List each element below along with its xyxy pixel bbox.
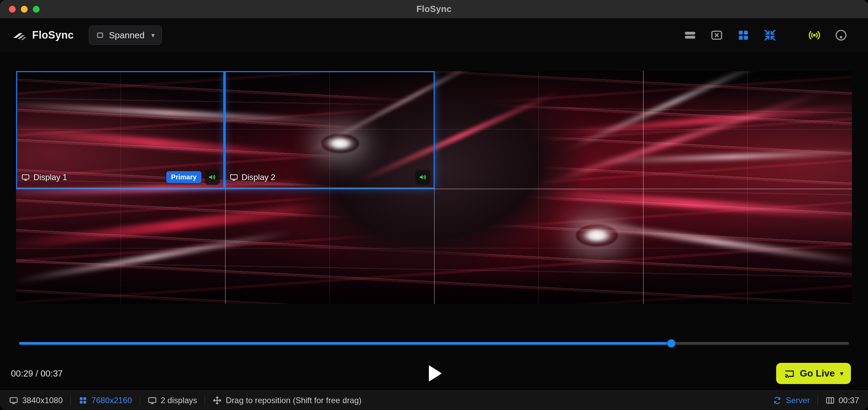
span-mode-value: Spanned — [109, 30, 144, 41]
app-logo-icon — [12, 29, 28, 41]
display-2-label: Display 2 — [229, 173, 276, 182]
seek-fill — [19, 342, 671, 345]
statusbar-display-resolution: 3840x1080 — [9, 396, 63, 405]
broadcast-button[interactable] — [807, 27, 822, 43]
divider — [817, 396, 818, 405]
play-icon — [429, 365, 442, 382]
grid-line — [538, 71, 539, 304]
monitor-icon — [21, 173, 30, 182]
brand: FloSync — [12, 29, 74, 41]
collapse-icon — [763, 28, 777, 42]
cast-icon — [784, 368, 795, 379]
divider — [70, 396, 71, 405]
display-1-label: Display 1 — [21, 173, 67, 182]
app-name: FloSync — [32, 29, 74, 41]
span-mode-dropdown[interactable]: Spanned ▾ — [89, 26, 162, 45]
statusbar-clip-time: 00:37 — [825, 396, 859, 405]
display-mode-icon — [96, 31, 104, 39]
airplay-audio-icon — [834, 28, 848, 42]
rows-layout-button[interactable] — [682, 27, 698, 43]
monitor-icon — [148, 396, 157, 405]
minimize-window-button[interactable] — [21, 6, 28, 13]
speaker-icon — [418, 173, 428, 182]
sync-icon — [772, 396, 782, 405]
toolbar-icons — [682, 27, 849, 43]
rows-layout-icon — [683, 28, 697, 42]
seek-thumb[interactable] — [667, 339, 675, 347]
chevron-down-icon: ▾ — [840, 369, 843, 378]
divider — [140, 396, 140, 405]
statusbar: 3840x1080 7680x2160 2 displays — [0, 391, 868, 410]
grid-line — [747, 71, 748, 304]
seek-track[interactable] — [19, 342, 849, 345]
move-icon — [212, 396, 222, 405]
airplay-audio-button[interactable] — [833, 27, 849, 43]
monitor-icon — [9, 396, 18, 405]
statusbar-drag-hint: Drag to reposition (Shift for free drag) — [212, 396, 362, 405]
speaker-icon — [208, 173, 217, 182]
play-button[interactable] — [424, 363, 444, 384]
letterbox-close-icon — [710, 28, 724, 42]
grid-line — [16, 248, 852, 248]
display-2-audio-button[interactable] — [415, 170, 430, 185]
transport-controls: 00:29 / 00:37 Go Live ▾ — [0, 361, 868, 386]
statusbar-wall-resolution[interactable]: 7680x2160 — [78, 396, 132, 405]
zoom-window-button[interactable] — [33, 6, 40, 13]
close-window-button[interactable] — [9, 6, 16, 13]
go-live-label: Go Live — [800, 368, 835, 379]
primary-badge: Primary — [166, 171, 201, 183]
seek-row — [19, 339, 849, 347]
grid-layout-icon — [78, 396, 88, 405]
film-icon — [825, 396, 835, 405]
monitor-icon — [229, 173, 238, 182]
grid-layout-icon — [737, 28, 750, 42]
display-box-1[interactable]: Display 1 Primary — [16, 71, 224, 189]
broadcast-icon — [808, 28, 821, 42]
go-live-button[interactable]: Go Live ▾ — [776, 363, 851, 384]
grid-line — [16, 189, 852, 189]
toolbar: FloSync Spanned ▾ — [0, 18, 868, 52]
video-preview-stage: Display 1 Primary Displa — [16, 71, 852, 304]
statusbar-display-count: 2 displays — [148, 396, 197, 405]
window-title: FloSync — [416, 4, 451, 14]
display-1-audio-button[interactable] — [205, 170, 220, 185]
divider — [205, 396, 205, 405]
display-box-2[interactable]: Display 2 — [224, 71, 435, 189]
titlebar: FloSync — [0, 0, 868, 18]
statusbar-server[interactable]: Server — [772, 396, 810, 405]
chevron-down-icon: ▾ — [151, 31, 155, 39]
grid-line — [643, 71, 644, 304]
grid-layout-button[interactable] — [736, 27, 751, 43]
app-window: FloSync FloSync Spanned ▾ — [0, 0, 868, 410]
traffic-lights — [9, 0, 40, 18]
letterbox-close-button[interactable] — [709, 27, 725, 43]
time-display: 00:29 / 00:37 — [11, 368, 63, 379]
collapse-button[interactable] — [762, 27, 778, 43]
